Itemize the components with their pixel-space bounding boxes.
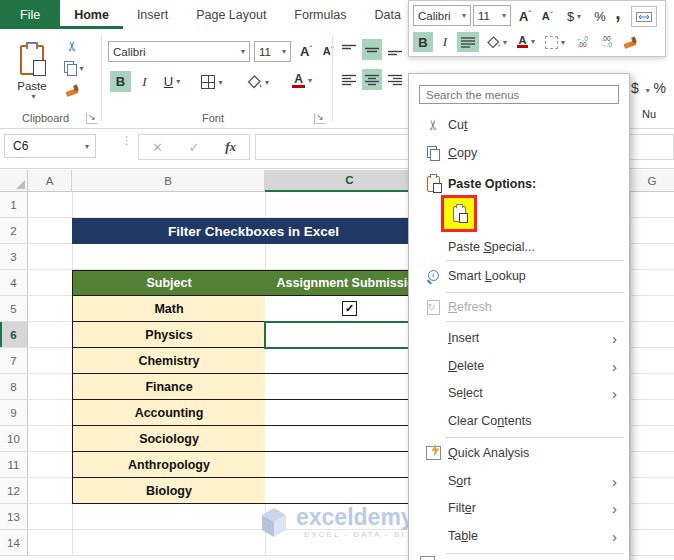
- select-all-corner[interactable]: [0, 170, 28, 192]
- row-header-5[interactable]: 5: [0, 296, 28, 322]
- menu-item-delete[interactable]: Delete ›: [410, 352, 628, 380]
- mini-fill-color-button[interactable]: ▾: [483, 32, 511, 52]
- format-painter-button[interactable]: [62, 81, 82, 99]
- mini-grow-font-button[interactable]: Aˆ: [515, 6, 535, 26]
- tab-insert[interactable]: Insert: [123, 0, 182, 29]
- fill-color-button[interactable]: ▾: [242, 73, 274, 91]
- align-middle-button[interactable]: [362, 39, 382, 60]
- row-header-14[interactable]: 14: [0, 530, 28, 556]
- mini-shrink-font-button[interactable]: Aˇ: [537, 6, 557, 26]
- mini-font-size-value: 11: [478, 10, 490, 22]
- formula-bar-grip[interactable]: ⋮: [121, 138, 132, 143]
- mini-increase-decimal-button[interactable]: ←.0.00: [571, 32, 593, 52]
- mini-decrease-decimal-button[interactable]: .00→.0: [595, 32, 617, 52]
- watermark: exceldemy EXCEL - DATA - BI: [258, 506, 414, 542]
- row-header-8[interactable]: 8: [0, 374, 28, 400]
- menu-item-table[interactable]: Table ›: [410, 522, 628, 550]
- paste-button[interactable]: Paste ▾: [10, 37, 54, 109]
- name-box[interactable]: C6 ▾: [4, 134, 96, 158]
- row-header-3[interactable]: 3: [0, 244, 28, 270]
- mini-merge-center-button[interactable]: [631, 6, 657, 27]
- align-right-button[interactable]: [386, 71, 404, 89]
- menu-item-copy[interactable]: Copy: [410, 139, 628, 167]
- tab-data[interactable]: Data: [360, 0, 414, 29]
- grow-font-button[interactable]: Aˆ: [296, 41, 316, 61]
- row-header-4[interactable]: 4: [0, 270, 28, 296]
- row-header-1[interactable]: 1: [0, 192, 28, 218]
- align-left-button[interactable]: [340, 71, 358, 89]
- column-header-b[interactable]: B: [72, 170, 265, 192]
- subject-cell[interactable]: Math: [72, 296, 266, 322]
- align-bottom-button[interactable]: [386, 41, 404, 59]
- menu-item-smart-lookup[interactable]: i Smart Lookup: [410, 262, 628, 290]
- column-header-a[interactable]: A: [28, 170, 72, 192]
- ribbon-tab-bar: File Home Insert Page Layout Formulas Da…: [0, 0, 415, 29]
- mini-borders-button[interactable]: ▾: [541, 32, 569, 52]
- mini-comma-style-button[interactable]: ,: [611, 1, 625, 25]
- subject-cell[interactable]: Finance: [72, 374, 266, 400]
- cut-button[interactable]: ✂: [62, 37, 82, 55]
- borders-button[interactable]: ▾: [196, 73, 228, 91]
- checkbox-checked[interactable]: ✓: [342, 301, 357, 316]
- subject-cell[interactable]: Physics: [72, 322, 266, 348]
- mini-font-size-combobox[interactable]: 11 ▾: [473, 5, 511, 26]
- subject-cell[interactable]: Accounting: [72, 400, 266, 426]
- tab-page-layout[interactable]: Page Layout: [182, 0, 280, 29]
- mini-font-color-button[interactable]: A ▾: [513, 30, 539, 52]
- mini-bold-button[interactable]: B: [413, 32, 433, 52]
- tab-file[interactable]: File: [0, 0, 60, 29]
- align-top-button[interactable]: [340, 41, 358, 59]
- mini-percent-style-button[interactable]: %: [591, 6, 609, 26]
- row-header-7[interactable]: 7: [0, 348, 28, 374]
- mini-italic-button[interactable]: I: [437, 32, 453, 52]
- menu-item-cut[interactable]: ✂ Cut: [410, 111, 628, 139]
- row-header-13[interactable]: 13: [0, 504, 28, 530]
- subject-cell[interactable]: Sociology: [72, 426, 266, 452]
- row-header-11[interactable]: 11: [0, 452, 28, 478]
- tab-formulas[interactable]: Formulas: [280, 0, 360, 29]
- menu-item-clear-contents[interactable]: Clear Contents: [410, 407, 628, 435]
- paste-label: Paste: [17, 80, 46, 92]
- mini-align-button[interactable]: [457, 32, 479, 52]
- font-color-button[interactable]: A ▾: [286, 69, 318, 91]
- paste-option-highlighted[interactable]: [441, 195, 477, 232]
- copy-icon: [418, 146, 448, 160]
- menu-item-select[interactable]: Select ›: [410, 379, 628, 407]
- menu-item-insert[interactable]: Insert ›: [410, 324, 628, 352]
- row-header-6[interactable]: 6: [0, 322, 28, 348]
- font-size-combobox[interactable]: 11 ▾: [254, 41, 291, 62]
- row-header-2[interactable]: 2: [0, 218, 28, 244]
- menu-search-input[interactable]: [419, 85, 619, 104]
- number-format-fragment[interactable]: $ ▾ %: [631, 80, 666, 96]
- tab-home[interactable]: Home: [60, 0, 123, 29]
- copy-button[interactable]: ▾: [60, 59, 88, 77]
- underline-button[interactable]: U▾: [156, 71, 188, 92]
- row-header-12[interactable]: 12: [0, 478, 28, 504]
- menu-item-quick-analysis[interactable]: Quick Analysis: [410, 439, 628, 467]
- cancel-icon[interactable]: ✕: [152, 140, 163, 155]
- chevron-down-icon: ▾: [308, 76, 312, 85]
- subject-cell[interactable]: Chemistry: [72, 348, 266, 374]
- menu-item-filter[interactable]: Filter ›: [410, 494, 628, 522]
- menu-item-paste-special[interactable]: Paste Special...: [410, 233, 628, 261]
- row-header-10[interactable]: 10: [0, 426, 28, 452]
- mini-font-name-combobox[interactable]: Calibri ▾: [413, 5, 471, 26]
- enter-icon[interactable]: ✓: [189, 140, 200, 155]
- clipboard-dialog-launcher[interactable]: ↘: [86, 113, 97, 124]
- bold-button[interactable]: B: [110, 71, 131, 92]
- mini-format-painter-button[interactable]: [619, 32, 641, 52]
- italic-button[interactable]: I: [134, 71, 155, 92]
- sheet-title-cell[interactable]: Filter Checkboxes in Excel: [72, 218, 435, 244]
- align-center-button[interactable]: [362, 69, 382, 90]
- menu-item-sort[interactable]: Sort ›: [410, 467, 628, 495]
- chevron-down-icon: ▾: [577, 12, 581, 21]
- font-dialog-launcher[interactable]: ↘: [314, 113, 325, 124]
- shrink-font-button[interactable]: Aˇ: [318, 41, 338, 61]
- font-name-combobox[interactable]: Calibri ▾: [108, 41, 250, 62]
- insert-function-icon[interactable]: fx: [225, 139, 236, 155]
- subject-cell[interactable]: Biology: [72, 478, 266, 504]
- subject-header-cell[interactable]: Subject: [72, 270, 266, 296]
- row-header-9[interactable]: 9: [0, 400, 28, 426]
- mini-accounting-format-button[interactable]: $▾: [561, 6, 587, 26]
- subject-cell[interactable]: Anthropology: [72, 452, 266, 478]
